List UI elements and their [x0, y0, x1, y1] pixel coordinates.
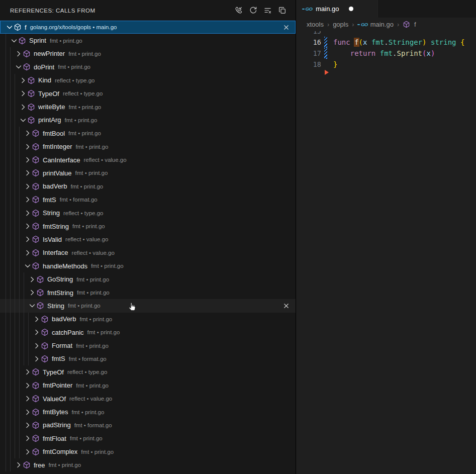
- twisty-chevron-icon[interactable]: [19, 116, 27, 124]
- tree-item[interactable]: printArg fmt • print.go: [0, 114, 296, 127]
- twisty-chevron-icon[interactable]: [24, 235, 32, 243]
- tree-item-description: fmt • print.go: [87, 329, 120, 335]
- code-editor[interactable]: 15 16 func f(x fmt.Stringer) string { 17…: [296, 31, 476, 474]
- modified-dot-icon[interactable]: [349, 7, 353, 11]
- indent-guide: [19, 127, 24, 140]
- tree-item[interactable]: fmtBytes fmt • print.go: [0, 405, 296, 418]
- breadcrumb-item[interactable]: xtools: [307, 21, 324, 28]
- tree-item-description: fmt • format.go: [74, 422, 112, 428]
- tree-item-label: Interface: [43, 249, 68, 256]
- twisty-chevron-icon[interactable]: [24, 156, 32, 164]
- tree-item[interactable]: fmtFloat fmt • print.go: [0, 432, 296, 445]
- indent-guide: [10, 405, 15, 418]
- code-line[interactable]: 17 return fmt.Sprint(x): [296, 48, 476, 59]
- tree-item[interactable]: String fmt • print.go: [0, 299, 296, 312]
- twisty-chevron-icon[interactable]: [24, 434, 32, 442]
- tree-item[interactable]: CanInterface reflect • value.go: [0, 153, 296, 166]
- tree-item[interactable]: writeByte fmt • print.go: [0, 100, 296, 113]
- tree-item[interactable]: ValueOf reflect • value.go: [0, 392, 296, 405]
- tree-item[interactable]: fmtS fmt • format.go: [0, 193, 296, 206]
- clear-results-icon[interactable]: [262, 5, 273, 16]
- twisty-chevron-icon[interactable]: [24, 222, 32, 230]
- breadcrumb-item[interactable]: f: [403, 21, 416, 28]
- modified-lines-indicator: [324, 37, 327, 48]
- indent-guide: [10, 419, 15, 432]
- twisty-chevron-icon[interactable]: [33, 355, 41, 363]
- symbol-method-icon: [36, 275, 47, 283]
- refresh-icon[interactable]: [247, 5, 258, 16]
- indent-guide: [6, 60, 10, 73]
- tree-item[interactable]: newPrinter fmt • print.go: [0, 47, 296, 60]
- close-icon[interactable]: [281, 23, 291, 32]
- indent-guide: [10, 379, 15, 392]
- tree-item[interactable]: fmtPointer fmt • print.go: [0, 379, 296, 392]
- twisty-chevron-icon[interactable]: [10, 37, 18, 45]
- twisty-chevron-icon[interactable]: [19, 89, 27, 98]
- tree-item[interactable]: fmtS fmt • format.go: [0, 352, 296, 365]
- tree-item[interactable]: fmtComplex fmt • print.go: [0, 445, 296, 458]
- twisty-chevron-icon[interactable]: [24, 196, 32, 204]
- tree-item[interactable]: Sprint fmt • print.go: [0, 34, 296, 47]
- twisty-chevron-icon[interactable]: [24, 421, 32, 429]
- twisty-chevron-icon[interactable]: [15, 50, 23, 58]
- breadcrumb-item[interactable]: gopls: [333, 21, 348, 28]
- tree-item[interactable]: fmtInteger fmt • print.go: [0, 140, 296, 153]
- call-incoming-icon[interactable]: [233, 5, 244, 16]
- tree-item[interactable]: free fmt • print.go: [0, 458, 296, 471]
- tree-item[interactable]: GoString fmt • print.go: [0, 272, 296, 286]
- twisty-chevron-icon[interactable]: [24, 169, 32, 177]
- twisty-chevron-icon[interactable]: [24, 143, 32, 151]
- tree-item[interactable]: Kind reflect • type.go: [0, 74, 296, 87]
- code-token: return: [350, 49, 376, 57]
- tree-item[interactable]: printValue fmt • print.go: [0, 166, 296, 179]
- twisty-chevron-icon[interactable]: [19, 76, 27, 84]
- indent-guide: [19, 432, 24, 445]
- twisty-chevron-icon[interactable]: [24, 262, 32, 270]
- twisty-chevron-icon[interactable]: [24, 408, 32, 416]
- tree-item[interactable]: fmtString fmt • print.go: [0, 220, 296, 233]
- twisty-chevron-icon[interactable]: [24, 182, 32, 191]
- tree-item[interactable]: IsValid reflect • value.go: [0, 233, 296, 246]
- twisty-chevron-icon[interactable]: [33, 315, 41, 323]
- twisty-chevron-icon[interactable]: [15, 461, 23, 469]
- twisty-chevron-icon[interactable]: [28, 302, 36, 310]
- code-line[interactable]: 15: [296, 31, 476, 37]
- twisty-chevron-icon[interactable]: [15, 63, 23, 71]
- twisty-chevron-icon[interactable]: [33, 328, 41, 336]
- twisty-chevron-icon[interactable]: [33, 342, 41, 350]
- gutter: [321, 37, 333, 48]
- tree-item[interactable]: badVerb fmt • print.go: [0, 180, 296, 193]
- tree-item[interactable]: Interface reflect • value.go: [0, 246, 296, 259]
- tree-item[interactable]: TypeOf reflect • type.go: [0, 365, 296, 378]
- twisty-chevron-icon[interactable]: [24, 382, 32, 390]
- code-line[interactable]: 16 func f(x fmt.Stringer) string {: [296, 37, 476, 48]
- indent-guide: [6, 206, 10, 219]
- tree-item[interactable]: badVerb fmt • print.go: [0, 313, 296, 326]
- twisty-chevron-icon[interactable]: [24, 129, 32, 137]
- twisty-chevron-icon[interactable]: [24, 395, 32, 403]
- tree-item[interactable]: Format fmt • print.go: [0, 339, 296, 352]
- copy-all-icon[interactable]: [276, 5, 288, 16]
- twisty-chevron-icon[interactable]: [24, 249, 32, 257]
- tree-item[interactable]: padString fmt • format.go: [0, 419, 296, 432]
- twisty-chevron-icon[interactable]: [28, 275, 36, 283]
- twisty-chevron-icon[interactable]: [6, 23, 14, 31]
- tree-item[interactable]: fmtBool fmt • print.go: [0, 127, 296, 140]
- tree-item[interactable]: TypeOf reflect • type.go: [0, 87, 296, 100]
- twisty-chevron-icon[interactable]: [24, 368, 32, 376]
- twisty-chevron-icon[interactable]: [19, 103, 27, 111]
- twisty-chevron-icon[interactable]: [28, 289, 36, 297]
- tree-item[interactable]: handleMethods fmt • print.go: [0, 259, 296, 272]
- breadcrumb-item[interactable]: GO main.go: [357, 21, 394, 28]
- tree-item[interactable]: doPrint fmt • print.go: [0, 60, 296, 73]
- close-icon[interactable]: [281, 301, 291, 310]
- twisty-chevron-icon[interactable]: [24, 209, 32, 217]
- twisty-chevron-icon[interactable]: [24, 448, 32, 456]
- code-line[interactable]: 18 }: [296, 59, 476, 70]
- tree-item[interactable]: f golang.org/x/tools/gopls • main.go: [0, 21, 296, 34]
- tree-item[interactable]: catchPanic fmt • print.go: [0, 326, 296, 339]
- tree-item[interactable]: fmtString fmt • print.go: [0, 286, 296, 299]
- code-token: x: [426, 49, 430, 57]
- tab-main-go[interactable]: GO main.go: [296, 0, 378, 18]
- tree-item[interactable]: String reflect • type.go: [0, 206, 296, 219]
